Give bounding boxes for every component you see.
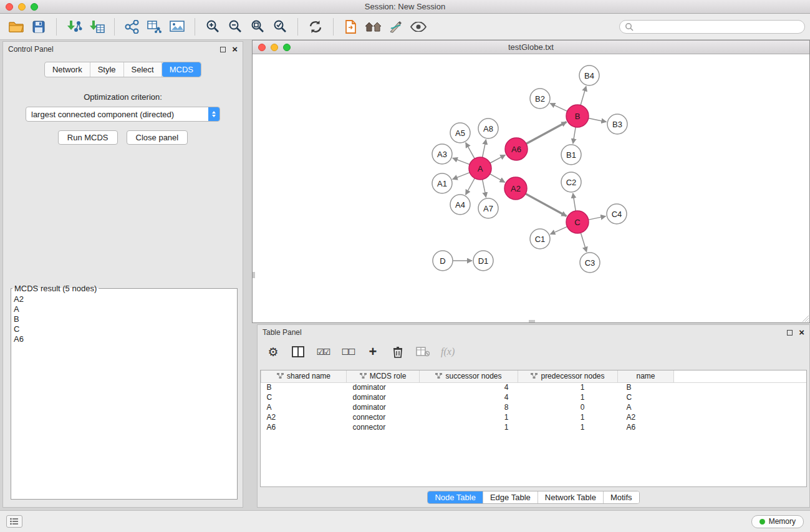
mcds-result-item[interactable]: C <box>14 324 234 334</box>
refresh-layout-button[interactable] <box>304 16 327 37</box>
graph-node-C[interactable]: C <box>566 211 589 233</box>
column-header-successor-nodes[interactable]: successor nodes <box>420 370 518 382</box>
graph-node-A5[interactable]: A5 <box>450 123 470 143</box>
graph-edge-C-C4[interactable] <box>589 216 606 220</box>
zoom-fit-button[interactable] <box>246 16 269 37</box>
network-graph[interactable]: B4B2BB3A5A8A6B1A3AC2A1A2A4A7C4CC1C3DD1 <box>253 54 809 322</box>
toolbar-search[interactable] <box>619 20 805 34</box>
column-header-predecessor-nodes[interactable]: predecessor nodes <box>518 370 618 382</box>
table-row[interactable]: A6connector11A6 <box>261 422 807 432</box>
table-row[interactable]: A2connector11A2 <box>261 412 807 422</box>
float-panel-icon[interactable] <box>220 47 226 52</box>
network-share-button[interactable] <box>121 16 143 37</box>
graph-edge-A2-C[interactable] <box>526 194 567 216</box>
tab-node-table[interactable]: Node Table <box>428 491 483 503</box>
zoom-in-button[interactable] <box>201 16 224 37</box>
home-pair-button[interactable] <box>362 16 385 37</box>
network-table-button[interactable] <box>143 16 166 37</box>
graph-edge-C-C1[interactable] <box>550 226 567 234</box>
show-columns-button[interactable] <box>291 344 305 360</box>
tab-network-table[interactable]: Network Table <box>538 491 604 503</box>
function-builder-button[interactable]: f(x) <box>441 344 455 360</box>
import-table-button[interactable] <box>85 16 108 37</box>
graph-edge-B-B4[interactable] <box>581 86 586 105</box>
save-session-button[interactable] <box>27 16 50 37</box>
apply-style-button[interactable] <box>385 16 407 37</box>
table-row[interactable]: Bdominator41B <box>261 382 807 392</box>
task-history-button[interactable] <box>6 515 22 528</box>
graph-node-B2[interactable]: B2 <box>530 89 550 109</box>
graph-edge-C-C2[interactable] <box>573 193 576 211</box>
graph-edge-A6-B[interactable] <box>526 122 567 144</box>
import-network-button[interactable] <box>63 16 85 37</box>
graph-node-A8[interactable]: A8 <box>478 118 498 138</box>
graph-node-B4[interactable]: B4 <box>579 65 599 85</box>
tab-edge-table[interactable]: Edge Table <box>483 491 538 503</box>
graph-node-D1[interactable]: D1 <box>473 251 493 271</box>
graph-edge-B-B1[interactable] <box>573 127 576 143</box>
float-table-panel-icon[interactable] <box>787 330 793 336</box>
mcds-result-item[interactable]: A2 <box>14 294 234 304</box>
graph-edge-C-C3[interactable] <box>581 233 586 252</box>
tab-network[interactable]: Network <box>45 62 90 77</box>
node-table-container[interactable]: shared name MCDS role successor nodes pr… <box>260 370 807 487</box>
graph-node-C4[interactable]: C4 <box>607 204 627 224</box>
export-image-button[interactable] <box>166 16 188 37</box>
graph-edge-A-A4[interactable] <box>466 178 475 195</box>
graph-node-B3[interactable]: B3 <box>607 114 627 134</box>
column-header-shared-name[interactable]: shared name <box>261 370 347 382</box>
tab-motifs[interactable]: Motifs <box>604 491 639 503</box>
snapshot-document-button[interactable] <box>340 16 362 37</box>
add-row-button[interactable]: + <box>366 344 380 360</box>
zoom-selected-button[interactable] <box>269 16 291 37</box>
open-session-button[interactable] <box>5 16 27 37</box>
graph-node-B[interactable]: B <box>566 105 589 127</box>
mcds-result-item[interactable]: A <box>14 304 234 314</box>
graph-node-A2[interactable]: A2 <box>504 177 527 200</box>
tab-select[interactable]: Select <box>124 62 162 77</box>
graph-node-A4[interactable]: A4 <box>450 195 470 215</box>
graph-edge-A-A2[interactable] <box>490 174 505 182</box>
tab-mcds[interactable]: MCDS <box>162 62 201 77</box>
resize-nub-left[interactable] <box>253 272 255 278</box>
zoom-out-button[interactable] <box>224 16 246 37</box>
close-table-panel-icon[interactable]: × <box>799 329 804 336</box>
show-hide-button[interactable] <box>407 16 430 37</box>
graph-node-A3[interactable]: A3 <box>432 144 452 164</box>
close-panel-icon[interactable]: × <box>232 46 238 52</box>
graph-node-A[interactable]: A <box>469 157 491 180</box>
table-row[interactable]: Adominator80A <box>261 402 807 412</box>
memory-button[interactable]: Memory <box>751 515 804 528</box>
graph-edge-A-A6[interactable] <box>490 155 505 163</box>
graph-edge-A-A1[interactable] <box>453 173 470 180</box>
delete-row-button[interactable] <box>391 344 405 360</box>
graph-node-A1[interactable]: A1 <box>432 173 452 193</box>
graph-node-A7[interactable]: A7 <box>478 198 498 218</box>
search-input[interactable] <box>634 22 799 31</box>
mcds-result-item[interactable]: A6 <box>14 334 234 344</box>
delete-table-button[interactable] <box>416 344 430 360</box>
resize-nub-bottom[interactable] <box>529 320 535 322</box>
deselect-all-button[interactable]: ☐☐ <box>341 344 355 360</box>
table-settings-button[interactable]: ⚙ <box>266 344 280 360</box>
resize-grip-icon[interactable] <box>801 314 809 322</box>
graph-node-C1[interactable]: C1 <box>530 229 550 249</box>
close-panel-button[interactable]: Close panel <box>127 130 188 145</box>
run-mcds-button[interactable]: Run MCDS <box>58 130 118 145</box>
graph-edge-A-A3[interactable] <box>453 158 470 164</box>
graph-node-C2[interactable]: C2 <box>561 172 581 192</box>
tab-style[interactable]: Style <box>90 62 124 77</box>
graph-node-C3[interactable]: C3 <box>580 253 600 273</box>
mcds-result-item[interactable]: B <box>14 314 234 324</box>
network-window-titlebar[interactable]: testGlobe.txt <box>253 41 809 54</box>
graph-edge-A-A5[interactable] <box>466 143 475 159</box>
column-header-name[interactable]: name <box>618 370 674 382</box>
graph-node-A6[interactable]: A6 <box>505 138 528 160</box>
graph-edge-A-A8[interactable] <box>483 140 486 158</box>
criterion-dropdown[interactable]: largest connected component (directed) <box>26 107 220 122</box>
graph-node-B1[interactable]: B1 <box>561 145 581 165</box>
column-header-mcds-role[interactable]: MCDS role <box>347 370 420 382</box>
graph-node-D[interactable]: D <box>433 251 453 271</box>
graph-edge-B-B3[interactable] <box>589 118 607 122</box>
graph-edge-A-A7[interactable] <box>483 180 486 198</box>
